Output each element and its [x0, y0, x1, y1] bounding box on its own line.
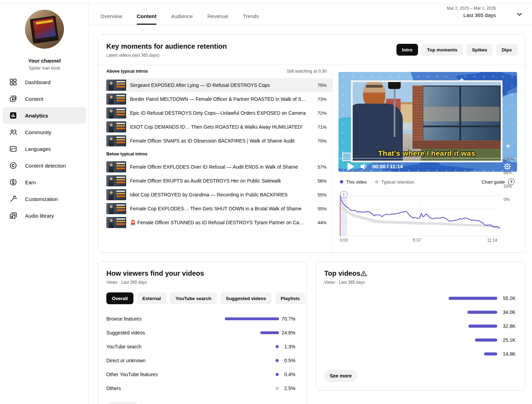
legend-typical-retention: Typical retention	[381, 179, 414, 185]
video-row[interactable]: 🚨 Female Officer STUNNED as ID Refusal D…	[98, 216, 332, 229]
sidebar-item-customization[interactable]: Customization	[0, 191, 89, 207]
video-title: Female Officer EXPLODES Over ID Refusal …	[130, 164, 311, 170]
sidebar-item-settings[interactable]: Settings	[0, 399, 89, 404]
volume-icon[interactable]	[359, 162, 369, 171]
video-thumbnail	[106, 189, 126, 200]
sidebar-item-label: Audio library	[25, 213, 54, 219]
content-icon	[9, 95, 17, 103]
see-more-button[interactable]: See more	[324, 370, 357, 382]
traffic-title: How viewers find your videos	[106, 269, 204, 277]
traffic-percent: 0.4%	[284, 372, 295, 377]
tab-trends[interactable]: Trends	[243, 13, 259, 25]
top-videos-title: Top videos	[324, 269, 360, 277]
chevron-down-icon[interactable]	[515, 10, 524, 18]
channel-avatar[interactable]	[25, 10, 64, 49]
video-thumbnail	[106, 107, 126, 119]
languages-icon	[9, 145, 17, 153]
video-player[interactable]: ✦ ✦ ✦ That's	[338, 72, 517, 172]
filter-top-moments[interactable]: Top moments	[421, 44, 463, 56]
video-row[interactable]: Female Cop EXPLODES… Then Gets SHUT DOWN…	[98, 202, 332, 216]
video-row[interactable]: Border Patrol MELTDOWN — Female Officer …	[98, 92, 332, 106]
video-row[interactable]: Female Officer EXPLODES Over ID Refusal …	[98, 160, 332, 174]
top-videos-card: Top videos Views · Last 365 days 55.2K34…	[316, 261, 525, 390]
traffic-dot	[276, 345, 279, 348]
tab-audience[interactable]: Audience	[171, 13, 193, 25]
sidebar-item-analytics[interactable]: Analytics	[3, 107, 86, 124]
traffic-dot	[276, 359, 279, 362]
still-watching-header: Still watching at 0:30	[287, 69, 327, 74]
tab-overview[interactable]: Overview	[100, 13, 122, 25]
traffic-filter-suggested-videos[interactable]: Suggested videos	[220, 292, 272, 304]
views-bar	[449, 297, 497, 300]
analytics-icon	[9, 111, 17, 120]
video-thumbnail	[106, 175, 126, 186]
sidebar-item-label: Analytics	[25, 113, 48, 119]
video-title: IDIOT Cop DEMANDS ID… Then Gets ROASTED …	[130, 124, 311, 130]
video-thumbnail	[106, 203, 126, 214]
traffic-filter-youtube-search[interactable]: YouTube search	[170, 292, 217, 304]
views-count: 14.8K	[503, 351, 516, 357]
video-row[interactable]: Idiot Cop DESTROYED by Grandma — Recordi…	[98, 188, 332, 202]
filter-spikes[interactable]: Spikes	[466, 44, 493, 56]
scene-brick-pillar	[412, 86, 423, 142]
sidebar-item-label: Languages	[25, 146, 51, 152]
play-icon[interactable]	[347, 162, 354, 171]
traffic-bar	[260, 331, 279, 334]
traffic-row: Direct or unknown0.5%	[98, 354, 306, 367]
sidebar-item-earn[interactable]: Earn	[0, 174, 89, 191]
key-moments-card: Key moments for audience retention Lates…	[98, 34, 525, 253]
top-video-row[interactable]: 34.0K	[316, 305, 525, 319]
sidebar-item-community[interactable]: Community	[0, 124, 89, 140]
tab-revenue[interactable]: Revenue	[207, 13, 228, 25]
sidebar-item-dashboard[interactable]: Dashboard	[0, 74, 89, 90]
video-row[interactable]: Female Officer ERUPTS as Audit DESTROYS …	[98, 174, 332, 188]
retention-chart	[340, 191, 500, 237]
info-icon[interactable]: i	[340, 191, 347, 198]
top-video-row[interactable]: 25.1K	[316, 333, 525, 347]
top-video-row[interactable]: 14.8K	[316, 347, 525, 361]
traffic-source-label: Browse features	[106, 316, 141, 322]
x-axis-tick: 11:14	[487, 238, 497, 243]
player-settings-icon[interactable]	[502, 162, 512, 171]
scene-window-reflection	[423, 107, 500, 121]
chart-guide-label: Chart guide	[482, 179, 505, 185]
video-thumbnail	[106, 217, 126, 228]
filter-intro[interactable]: Intro	[396, 44, 418, 56]
traffic-row: Other YouTube features0.4%	[98, 367, 306, 381]
sparkle-icon: ✦	[505, 142, 511, 151]
date-range-selector[interactable]: Mar 2, 2025 – Mar 1, 2026 Last 365 days	[447, 6, 496, 18]
traffic-filter-playlists[interactable]: Playlists	[275, 292, 305, 304]
video-thumbnail	[106, 80, 126, 91]
retention-percent: 56%	[311, 178, 327, 184]
video-row[interactable]: IDIOT Cop DEMANDS ID… Then Gets ROASTED …	[98, 120, 332, 134]
sidebar-item-languages[interactable]: Languages	[0, 140, 89, 157]
sidebar-item-audio-library[interactable]: Audio library	[0, 207, 89, 224]
sidebar-item-content-detection[interactable]: Content detection	[0, 157, 89, 174]
video-row[interactable]: Sergeant EXPOSED After Lying — ID Refusa…	[98, 78, 332, 92]
sidebar-item-label: Customization	[25, 196, 58, 202]
seek-preview-marker[interactable]	[342, 153, 351, 161]
see-more-button[interactable]: See more	[106, 402, 139, 404]
retention-percent: 71%	[311, 124, 327, 130]
filter-dips[interactable]: Dips	[496, 44, 517, 56]
traffic-sources-card: How viewers find your videos Views · Las…	[98, 261, 307, 404]
traffic-filter-external[interactable]: External	[137, 292, 166, 304]
traffic-row: Others2.5%	[98, 381, 306, 395]
top-video-row[interactable]: 32.8K	[316, 319, 525, 333]
traffic-filter-overall[interactable]: Overall	[106, 292, 133, 304]
video-row[interactable]: Epic ID Refusal DESTROYS Dirty Cops—Unla…	[98, 106, 332, 120]
tab-content[interactable]: Content	[137, 13, 157, 25]
top-video-row[interactable]: 55.2K	[316, 291, 525, 305]
top-videos-subtitle: Views · Last 365 days	[324, 280, 365, 285]
y-axis-tick: 33%	[504, 184, 512, 189]
youtube-studio-analytics-page: Your channel Spider man book DashboardCo…	[0, 0, 532, 404]
scene-selfie-stick	[394, 82, 395, 137]
period-label: Last 365 days	[447, 12, 496, 18]
customization-icon	[9, 195, 17, 203]
sidebar-item-content[interactable]: Content	[0, 90, 89, 107]
progress-bar[interactable]	[338, 158, 517, 159]
retention-percent: 55%	[311, 206, 327, 211]
traffic-percent: 0.5%	[284, 358, 295, 363]
video-row[interactable]: Female Officer SNAPS as ID Obsession BAC…	[98, 134, 332, 148]
traffic-subtitle: Views · Last 365 days	[106, 280, 147, 285]
